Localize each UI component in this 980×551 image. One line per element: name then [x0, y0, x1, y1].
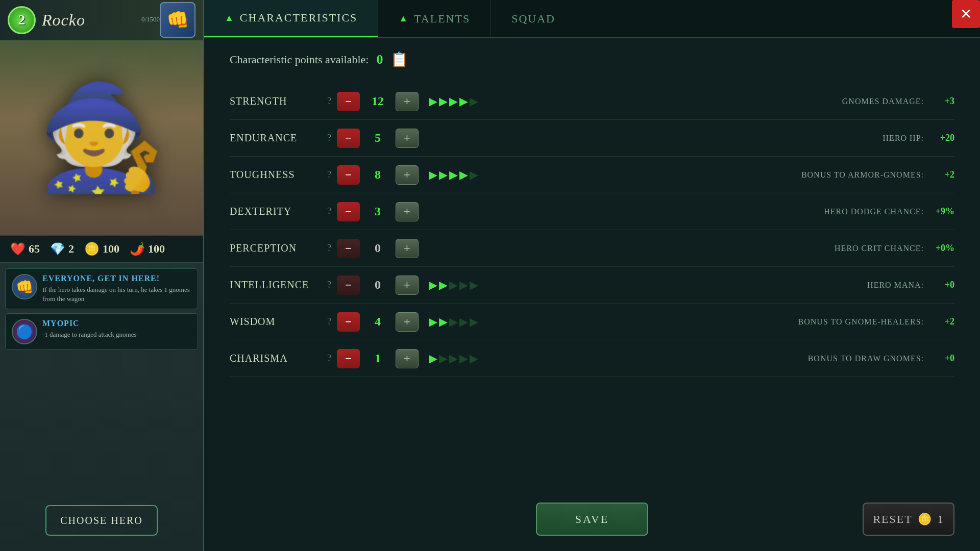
level-badge: 2 — [8, 6, 36, 34]
stat-name-wisdom: Wisdom — [230, 316, 322, 328]
arrow-filled-icon: ▶ — [429, 352, 437, 365]
bonus-area-endurance: Hero HP:+20 — [883, 133, 954, 143]
arrow-empty-icon: ▶ — [449, 279, 458, 292]
bonus-label-dexterity: Hero dodge chance: — [824, 207, 924, 216]
stat-row-toughness: Toughness?−8+▶▶▶▶▶Bonus to armor-gnomes:… — [230, 157, 954, 193]
red-icon: 🌶️ — [130, 242, 145, 256]
help-icon-intelligence[interactable]: ? — [322, 280, 337, 290]
arrow-filled-icon: ▶ — [449, 95, 458, 108]
stat-row-endurance: Endurance?−5+Hero HP:+20 — [230, 120, 954, 157]
trait-everyone: 👊 Everyone, get in here! If the hero tak… — [5, 268, 198, 309]
help-icon-dexterity[interactable]: ? — [322, 206, 337, 217]
stat-value-wisdom: 4 — [365, 315, 390, 329]
minus-btn-strength[interactable]: − — [337, 92, 360, 111]
tab-squad[interactable]: Squad — [491, 0, 576, 37]
hearts-icon: ❤️ — [10, 242, 26, 256]
save-button[interactable]: Save — [536, 503, 648, 536]
plus-btn-toughness[interactable]: + — [396, 165, 419, 185]
minus-btn-toughness[interactable]: − — [337, 165, 360, 185]
help-icon-perception[interactable]: ? — [322, 243, 337, 254]
bonus-label-perception: Hero crit chance: — [835, 244, 924, 253]
stat-blue: 💎 2 — [50, 242, 74, 256]
minus-btn-wisdom[interactable]: − — [337, 312, 360, 332]
tab-characteristics[interactable]: ▲ Characteristics — [204, 0, 378, 37]
plus-btn-charisma[interactable]: + — [396, 349, 419, 368]
minus-btn-perception[interactable]: − — [337, 239, 360, 258]
arrows-intelligence: ▶▶▶▶▶ — [429, 279, 478, 292]
tab-talents-label: Talents — [414, 12, 470, 26]
stat-hearts: ❤️ 65 — [10, 242, 40, 256]
stat-gold: 🪙 100 — [84, 242, 119, 256]
stat-value-toughness: 8 — [365, 168, 390, 182]
stat-row-intelligence: Intelligence?−0+▶▶▶▶▶Hero mana:+0 — [230, 267, 954, 304]
stat-name-strength: Strength — [230, 95, 322, 107]
stats-row: ❤️ 65 💎 2 🪙 100 🌶️ 100 — [0, 235, 203, 263]
plus-btn-perception[interactable]: + — [396, 239, 419, 258]
plus-btn-endurance[interactable]: + — [396, 129, 419, 148]
stat-row-perception: Perception?−0+Hero crit chance:+0% — [230, 230, 954, 267]
tab-talents[interactable]: ▲ Talents — [378, 0, 491, 37]
help-icon-wisdom[interactable]: ? — [322, 316, 337, 327]
stat-name-perception: Perception — [230, 242, 322, 254]
stat-value-endurance: 5 — [365, 131, 390, 145]
bonus-value-wisdom: +2 — [932, 316, 954, 327]
plus-btn-dexterity[interactable]: + — [396, 202, 419, 221]
bonus-area-charisma: Bonus to draw gnomes:+0 — [808, 353, 954, 364]
hero-name: Rocko — [42, 11, 141, 30]
hero-image-area: 🧙 — [0, 41, 203, 235]
help-icon-strength[interactable]: ? — [322, 96, 337, 107]
stat-row-strength: Strength?−12+▶▶▶▶▶Gnomes damage:+3 — [230, 83, 954, 120]
minus-btn-charisma[interactable]: − — [337, 349, 360, 368]
arrow-filled-icon: ▶ — [449, 168, 458, 182]
help-icon-endurance[interactable]: ? — [322, 133, 337, 143]
trait-myopic-desc: -1 damage to ranged attack gnomes — [42, 330, 191, 339]
arrow-filled-icon: ▶ — [439, 315, 448, 329]
plus-btn-strength[interactable]: + — [396, 92, 419, 111]
reset-button[interactable]: Reset 🪙 1 — [863, 503, 954, 536]
help-icon-toughness[interactable]: ? — [322, 169, 337, 180]
arrow-empty-icon: ▶ — [470, 168, 478, 182]
close-button[interactable]: ✕ — [952, 0, 980, 28]
plus-btn-intelligence[interactable]: + — [396, 276, 419, 295]
bonus-value-intelligence: +0 — [932, 280, 954, 290]
stat-value-strength: 12 — [365, 94, 390, 108]
bonus-area-strength: Gnomes damage:+3 — [842, 96, 954, 107]
traits-section: 👊 Everyone, get in here! If the hero tak… — [0, 263, 203, 355]
arrow-empty-icon: ▶ — [439, 352, 448, 365]
minus-btn-endurance[interactable]: − — [337, 129, 360, 148]
stat-name-charisma: Charisma — [230, 353, 322, 364]
arrow-filled-icon: ▶ — [429, 315, 437, 329]
points-label: Characteristic points available: — [230, 53, 369, 66]
bonus-area-perception: Hero crit chance:+0% — [835, 243, 954, 254]
bonus-area-toughness: Bonus to armor-gnomes:+2 — [801, 169, 954, 180]
plus-btn-wisdom[interactable]: + — [396, 312, 419, 332]
arrow-empty-icon: ▶ — [470, 95, 478, 108]
arrows-toughness: ▶▶▶▶▶ — [429, 168, 478, 182]
trait-myopic: 🔵 Myopic -1 damage to ranged attack gnom… — [5, 313, 198, 350]
arrows-strength: ▶▶▶▶▶ — [429, 95, 478, 108]
bonus-value-strength: +3 — [932, 96, 954, 107]
reset-count: 1 — [938, 513, 944, 526]
hero-avatar: 👊 — [160, 2, 195, 38]
stat-name-endurance: Endurance — [230, 132, 322, 144]
minus-btn-dexterity[interactable]: − — [337, 202, 360, 221]
arrow-empty-icon: ▶ — [470, 315, 478, 329]
hero-figure: 🧙 — [38, 78, 165, 198]
tab-talents-arrow-icon: ▲ — [399, 13, 409, 24]
hp-display: 0/1500 — [141, 15, 160, 23]
stat-value-charisma: 1 — [365, 352, 390, 365]
stat-value-intelligence: 0 — [365, 278, 390, 292]
blue-icon: 💎 — [50, 242, 65, 256]
trait-everyone-desc: If the hero takes damage on his turn, he… — [42, 285, 191, 304]
stat-row-wisdom: Wisdom?−4+▶▶▶▶▶Bonus to gnome-healers:+2 — [230, 304, 954, 340]
bonus-label-strength: Gnomes damage: — [842, 97, 924, 106]
choose-hero-button[interactable]: Choose Hero — [45, 505, 158, 536]
help-icon-charisma[interactable]: ? — [322, 353, 337, 364]
minus-btn-intelligence[interactable]: − — [337, 276, 360, 295]
stat-name-intelligence: Intelligence — [230, 279, 322, 291]
bottom-buttons: Save Reset 🪙 1 — [204, 503, 980, 536]
tab-characteristics-label: Characteristics — [240, 11, 357, 24]
bonus-label-charisma: Bonus to draw gnomes: — [808, 354, 924, 363]
stat-name-toughness: Toughness — [230, 169, 322, 181]
bonus-label-wisdom: Bonus to gnome-healers: — [798, 317, 924, 327]
